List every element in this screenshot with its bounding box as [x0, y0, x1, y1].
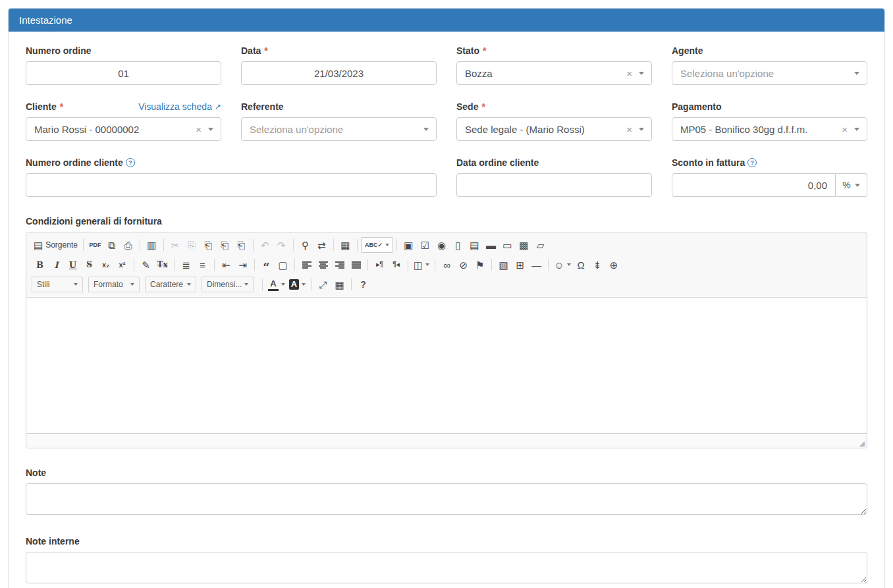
select-field-button[interactable]: ▬: [483, 237, 499, 253]
sede-clear-icon[interactable]: ×: [626, 124, 632, 134]
background-color-button[interactable]: A: [287, 277, 308, 292]
bulleted-list-button[interactable]: ≡: [194, 257, 211, 273]
maximize-button[interactable]: ⤢: [315, 277, 331, 292]
strikethrough-button[interactable]: S: [81, 257, 97, 273]
bold-button[interactable]: B: [32, 257, 48, 273]
text-field-button[interactable]: ▯: [450, 237, 466, 253]
about-button[interactable]: ?: [355, 277, 371, 292]
text-direction-rtl-icon: ¶◂: [392, 261, 400, 268]
image-button[interactable]: ▧: [495, 257, 512, 273]
panel-title: Intestazione: [9, 9, 884, 32]
page-break-button[interactable]: ⇟: [589, 257, 606, 273]
stato-select[interactable]: Bozza ×: [456, 61, 652, 85]
redo-icon: ↷: [277, 240, 286, 250]
align-left-button[interactable]: [298, 257, 315, 273]
help-icon[interactable]: ?: [747, 158, 757, 167]
remove-format-button[interactable]: Tx: [154, 257, 171, 273]
table-button[interactable]: ⊞: [512, 257, 528, 273]
numbered-list-button[interactable]: ≣: [178, 257, 194, 273]
sconto-unit-select[interactable]: %: [836, 173, 867, 197]
referente-label: Referente: [241, 101, 284, 112]
note-interne-label: Note interne: [26, 536, 80, 547]
data-ordine-cliente-input[interactable]: [456, 173, 652, 197]
print-button[interactable]: ⎙: [120, 237, 136, 253]
decrease-indent-button[interactable]: ⇤: [218, 257, 234, 273]
link-text: Visualizza scheda: [138, 101, 212, 112]
format-combo-button[interactable]: Formato: [88, 277, 140, 292]
pagamento-clear-icon[interactable]: ×: [842, 124, 848, 134]
textarea-field-button[interactable]: ▤: [466, 237, 483, 253]
pagamento-select[interactable]: MP05 - Bonifico 30gg d.f.f.m. ×: [672, 117, 867, 141]
label-text: Note interne: [26, 536, 80, 547]
paste-button[interactable]: ⎗: [200, 237, 217, 253]
unlink-button[interactable]: ⊘: [455, 257, 472, 273]
numero-ordine-input[interactable]: [26, 61, 221, 85]
rich-text-editor: ▤SorgentePDF⧉⎙▥✂⎘⎗⎗⎗↶↷⚲⇄▦ABC✓▣☑◉▯▤▬▭▩▱BI…: [26, 232, 867, 448]
agente-select[interactable]: Seleziona un'opzione: [672, 61, 867, 85]
language-button[interactable]: ◫: [412, 257, 431, 273]
stato-clear-icon[interactable]: ×: [626, 68, 632, 78]
align-right-button[interactable]: [331, 257, 348, 273]
copy-formatting-icon: ✎: [142, 260, 150, 270]
styles-combo-icon: Stili: [37, 280, 49, 289]
help-icon[interactable]: ?: [126, 158, 135, 167]
increase-indent-button[interactable]: ⇥: [234, 257, 251, 273]
size-combo-button[interactable]: Dimensi...: [202, 277, 254, 292]
show-blocks-button[interactable]: ▦: [331, 277, 348, 292]
sconto-input[interactable]: [672, 173, 836, 197]
paste-as-text-button[interactable]: ⎗: [217, 237, 233, 253]
link-button[interactable]: ∞: [439, 257, 455, 273]
subscript-button[interactable]: x₂: [97, 257, 114, 273]
form-button[interactable]: ▣: [400, 237, 417, 253]
preview-button[interactable]: ⧉: [103, 237, 120, 253]
underline-button[interactable]: U: [65, 257, 81, 273]
smiley-button[interactable]: ☺: [552, 257, 572, 273]
text-direction-rtl-button[interactable]: ¶◂: [388, 257, 404, 273]
create-div-button[interactable]: ▢: [275, 257, 291, 273]
superscript-button[interactable]: x²: [114, 257, 130, 273]
referente-select[interactable]: Seleziona un'opzione: [241, 117, 437, 141]
copy-formatting-button[interactable]: ✎: [138, 257, 154, 273]
data-input[interactable]: [241, 61, 437, 85]
visualizza-scheda-link[interactable]: Visualizza scheda↗: [138, 101, 221, 112]
special-character-button[interactable]: Ω: [573, 257, 589, 273]
checkbox-button[interactable]: ☑: [417, 237, 433, 253]
replace-button[interactable]: ⇄: [313, 237, 330, 253]
align-center-button[interactable]: [315, 257, 331, 273]
styles-combo-button[interactable]: Stili: [32, 277, 83, 292]
cliente-select[interactable]: Mario Rossi - 00000002 ×: [26, 117, 221, 141]
find-button[interactable]: ⚲: [297, 237, 313, 253]
sede-select[interactable]: Sede legale - (Mario Rossi) ×: [456, 117, 652, 141]
button-field-button[interactable]: ▭: [499, 237, 516, 253]
spellcheck-button[interactable]: ABC✓: [361, 237, 393, 253]
blockquote-button[interactable]: “: [258, 257, 275, 273]
editor-content[interactable]: [26, 298, 867, 433]
radio-button-button[interactable]: ◉: [433, 237, 450, 253]
templates-button[interactable]: ▥: [144, 237, 160, 253]
chevron-down-icon: [208, 128, 213, 131]
paste-from-word-button[interactable]: ⎗: [233, 237, 250, 253]
note-interne-textarea[interactable]: [26, 552, 867, 583]
horizontal-line-button[interactable]: ―: [528, 257, 545, 273]
field-sede: Sede* Sede legale - (Mario Rossi) ×: [456, 101, 652, 141]
text-color-button[interactable]: A: [266, 277, 286, 292]
numero-ordine-cliente-input[interactable]: [26, 173, 437, 197]
image-button-button[interactable]: ▩: [516, 237, 532, 253]
chevron-down-icon: [567, 263, 571, 266]
align-justify-button[interactable]: [348, 257, 364, 273]
hidden-field-button[interactable]: ▱: [532, 237, 549, 253]
label-text: Note: [26, 468, 46, 478]
text-direction-ltr-button[interactable]: ▸¶: [371, 257, 388, 273]
note-textarea[interactable]: [26, 483, 867, 515]
font-combo-button[interactable]: Carattere: [145, 277, 196, 292]
iframe-button[interactable]: ⊕: [606, 257, 622, 273]
italic-button[interactable]: I: [48, 257, 65, 273]
chevron-down-icon: [855, 184, 860, 187]
export-pdf-button[interactable]: PDF: [87, 237, 103, 253]
resize-handle-icon[interactable]: ◢: [859, 440, 865, 447]
source-button[interactable]: ▤Sorgente: [32, 237, 80, 253]
anchor-button[interactable]: ⚑: [472, 257, 488, 273]
chevron-down-icon: [425, 263, 429, 266]
select-all-button[interactable]: ▦: [337, 237, 354, 253]
cliente-clear-icon[interactable]: ×: [196, 124, 202, 134]
